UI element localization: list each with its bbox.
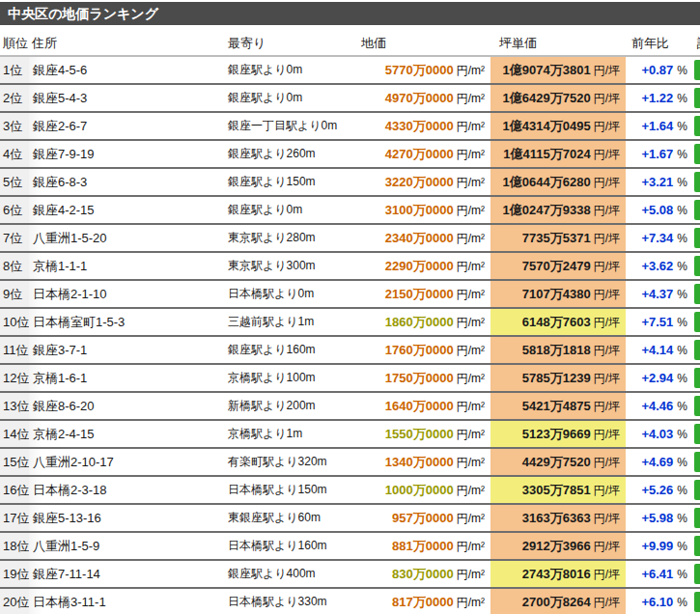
table-row: 19位 銀座7-11-14 銀座駅より400m 830万0000円/m² 274…: [0, 560, 700, 588]
nearest-station-cell: 銀座駅より0m: [225, 196, 352, 224]
tsubo-price-cell: 5818万1818円/坪: [490, 336, 626, 364]
land-price-unit: 円/m²: [454, 288, 485, 301]
table-row: 4位 銀座7-9-19 銀座駅より260m 4270万0000円/m² 1億41…: [0, 140, 700, 168]
yoy-value: +6.41: [641, 567, 673, 581]
detail-button[interactable]: [694, 564, 700, 584]
land-price-cell: 1640万0000円/m²: [352, 392, 490, 420]
yoy-cell: +6.41%: [626, 560, 693, 588]
tsubo-price-value: 1億6429万7520: [503, 91, 591, 105]
address-cell: 日本橋2-1-10: [29, 280, 225, 308]
land-price-unit: 円/m²: [454, 260, 485, 273]
detail-button[interactable]: [694, 256, 700, 276]
detail-button[interactable]: [694, 200, 700, 220]
tsubo-price-value: 7735万5371: [522, 231, 591, 245]
yoy-cell: +5.26%: [626, 476, 693, 504]
tsubo-price-unit: 円/坪: [591, 372, 620, 385]
nearest-station-cell: 日本橋駅より0m: [225, 280, 352, 308]
address-cell: 銀座4-5-6: [29, 56, 225, 84]
land-price-value: 2150万0000: [385, 287, 454, 301]
land-price-unit: 円/m²: [454, 232, 485, 245]
yoy-cell: +3.21%: [626, 168, 693, 196]
detail-button[interactable]: [694, 116, 700, 136]
land-price-unit: 円/m²: [454, 372, 485, 385]
yoy-value: +7.51: [641, 315, 673, 329]
detail-button[interactable]: [694, 88, 700, 108]
yoy-value: +2.94: [641, 371, 673, 385]
yoy-value: +3.21: [641, 175, 673, 189]
tsubo-price-value: 3163万6363: [522, 511, 591, 525]
tsubo-price-value: 4429万7520: [522, 455, 591, 469]
yoy-unit: %: [673, 512, 687, 525]
yoy-unit: %: [673, 484, 687, 497]
nearest-station-cell: 京橋駅より1m: [225, 420, 352, 448]
table-row: 13位 銀座8-6-20 新橋駅より200m 1640万0000円/m² 542…: [0, 392, 700, 420]
detail-button[interactable]: [694, 452, 700, 472]
yoy-value: +6.10: [641, 595, 673, 609]
detail-button[interactable]: [694, 172, 700, 192]
land-price-value: 2340万0000: [385, 231, 454, 245]
land-price-value: 1000万0000: [385, 483, 454, 497]
address-cell: 日本橋3-11-1: [29, 588, 225, 614]
nearest-station-cell: 銀座駅より0m: [225, 84, 352, 112]
column-header-rank: 順位: [0, 31, 29, 56]
tsubo-price-cell: 1億4314万0495円/坪: [490, 112, 626, 140]
rank-cell: 14位: [0, 420, 29, 448]
address-cell: 日本橋室町1-5-3: [29, 308, 225, 336]
yoy-unit: %: [673, 232, 687, 245]
detail-button[interactable]: [694, 228, 700, 248]
tsubo-price-value: 2743万8016: [522, 567, 591, 581]
tsubo-price-cell: 6148万7603円/坪: [490, 308, 626, 336]
nearest-station-cell: 銀座駅より400m: [225, 560, 352, 588]
tsubo-price-unit: 円/坪: [591, 204, 620, 217]
tsubo-price-cell: 3163万6363円/坪: [490, 504, 626, 532]
land-price-cell: 3220万0000円/m²: [352, 168, 490, 196]
address-cell: 銀座5-4-3: [29, 84, 225, 112]
nearest-station-cell: 日本橋駅より150m: [225, 476, 352, 504]
detail-cell: [693, 252, 700, 280]
table-row: 15位 八重洲2-10-17 有楽町駅より320m 1340万0000円/m² …: [0, 448, 700, 476]
tsubo-price-value: 5123万9669: [522, 427, 591, 441]
tsubo-price-cell: 1億9074万3801円/坪: [490, 56, 626, 84]
detail-button[interactable]: [694, 508, 700, 528]
detail-button[interactable]: [694, 312, 700, 332]
rank-cell: 12位: [0, 364, 29, 392]
nearest-station-cell: 東銀座駅より60m: [225, 504, 352, 532]
land-price-cell: 1750万0000円/m²: [352, 364, 490, 392]
tsubo-price-unit: 円/坪: [591, 512, 620, 525]
yoy-unit: %: [673, 428, 687, 441]
detail-button[interactable]: [694, 368, 700, 388]
yoy-unit: %: [673, 316, 687, 329]
detail-button[interactable]: [694, 60, 700, 80]
yoy-cell: +1.22%: [626, 84, 693, 112]
detail-cell: [693, 560, 700, 588]
address-cell: 銀座8-6-20: [29, 392, 225, 420]
detail-cell: [693, 140, 700, 168]
tsubo-price-cell: 2700万8264円/坪: [490, 588, 626, 614]
land-price-unit: 円/m²: [454, 316, 485, 329]
land-price-value: 4330万0000: [385, 119, 454, 133]
detail-button[interactable]: [694, 340, 700, 360]
detail-button[interactable]: [694, 396, 700, 416]
tsubo-price-cell: 1億4115万7024円/坪: [490, 140, 626, 168]
detail-button[interactable]: [694, 284, 700, 304]
detail-button[interactable]: [694, 424, 700, 444]
rank-cell: 2位: [0, 84, 29, 112]
land-price-cell: 4330万0000円/m²: [352, 112, 490, 140]
nearest-station-cell: 東京駅より300m: [225, 252, 352, 280]
land-price-value: 957万0000: [392, 511, 454, 525]
detail-button[interactable]: [694, 592, 700, 612]
land-price-cell: 817万0000円/m²: [352, 588, 490, 614]
yoy-cell: +7.51%: [626, 308, 693, 336]
column-header-detail: 詳細: [693, 31, 700, 56]
land-price-value: 1340万0000: [385, 455, 454, 469]
detail-button[interactable]: [694, 480, 700, 500]
detail-button[interactable]: [694, 536, 700, 556]
detail-button[interactable]: [694, 144, 700, 164]
tsubo-price-value: 1億0247万9338: [503, 203, 591, 217]
address-cell: 銀座3-7-1: [29, 336, 225, 364]
table-row: 18位 八重洲1-5-9 日本橋駅より160m 881万0000円/m² 291…: [0, 532, 700, 560]
yoy-unit: %: [673, 540, 687, 553]
yoy-value: +7.34: [641, 231, 673, 245]
yoy-cell: +7.34%: [626, 224, 693, 252]
tsubo-price-cell: 2912万3966円/坪: [490, 532, 626, 560]
